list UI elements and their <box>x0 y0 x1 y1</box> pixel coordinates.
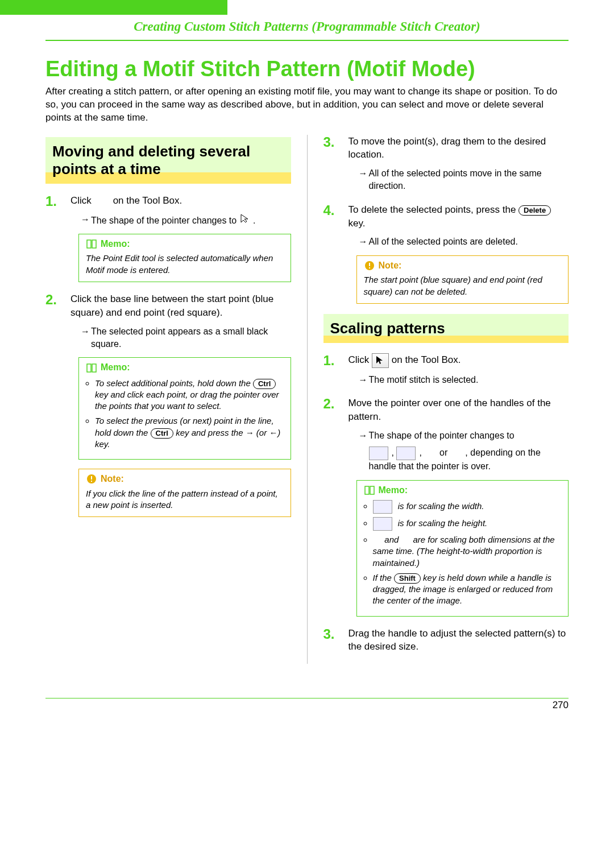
step3-text: To move the point(s), drag them to the d… <box>349 136 546 160</box>
memo-icon <box>86 363 97 373</box>
memo-header: Memo: <box>364 484 562 497</box>
memo-body: To select additional points, hold down t… <box>86 378 284 450</box>
memo3-b4: If the Shift key is held down while a ha… <box>373 572 562 607</box>
note-header: Note: <box>86 473 284 485</box>
ctrl-key: Ctrl <box>253 379 276 389</box>
step4-post: key. <box>349 218 366 229</box>
note-box-1: Note: If you click the line of the patte… <box>78 469 291 517</box>
section-title: Moving and deleting several points at a … <box>52 143 285 178</box>
s1-sub: The motif stitch is selected. <box>359 374 569 386</box>
section-scaling: Scaling patterns <box>323 314 569 343</box>
top-accent-band <box>0 0 614 15</box>
chapter-title: Creating Custom Stitch Patterns (Program… <box>45 19 569 34</box>
note-box-2: Note: The start point (blue square) and … <box>356 255 569 304</box>
resize-v-icon <box>396 447 416 460</box>
memo3-b2: is for scaling the height. <box>373 517 562 531</box>
step1-sub: The shape of the pointer changes to . <box>81 213 291 227</box>
pointer-edit-icon <box>239 213 251 224</box>
memo-body: The Point Edit tool is selected automati… <box>86 253 284 276</box>
scaling-step-1: Click on the Tool Box. The motif stitch … <box>323 353 569 386</box>
memo-box-3: Memo: is for scaling the width. is <box>356 480 569 617</box>
resize-h-icon <box>369 447 388 460</box>
chapter-header: Creating Custom Stitch Patterns (Program… <box>0 15 614 38</box>
memo-box-1: Memo: The Point Edit tool is selected au… <box>78 234 291 282</box>
step2-text: Click the base line between the start po… <box>70 294 273 318</box>
step1-pre: Click <box>70 195 92 206</box>
memo2-bullet2: To select the previous (or next) point i… <box>95 415 284 450</box>
step2-sub: The selected point appears as a small bl… <box>81 325 291 351</box>
memo-icon <box>364 485 375 495</box>
select-tool-icon <box>372 353 389 368</box>
page-number: 270 <box>553 700 569 710</box>
section-title: Scaling patterns <box>330 320 563 337</box>
page-title: Editing a Motif Stitch Pattern (Motif Mo… <box>45 57 569 82</box>
resize-v-icon <box>373 517 392 531</box>
resize-h-icon <box>373 500 392 514</box>
note-body: If you click the line of the pattern ins… <box>86 488 284 511</box>
step1-post: on the Tool Box. <box>113 195 182 206</box>
column-divider <box>307 135 308 664</box>
step-1: Click on the Tool Box. The shape of the … <box>45 194 291 282</box>
step4-sub: All of the selected points are deleted. <box>359 235 569 248</box>
svg-rect-2 <box>91 481 92 482</box>
section-moving-deleting: Moving and deleting several points at a … <box>45 137 291 184</box>
step3-sub: All of the selected points move in the s… <box>359 167 569 193</box>
svg-rect-1 <box>91 476 92 480</box>
memo-box-2: Memo: To select additional points, hold … <box>78 357 291 460</box>
memo-icon <box>86 239 97 249</box>
memo3-b1: is for scaling the width. <box>373 500 562 514</box>
step-2: Click the base line between the start po… <box>45 292 291 517</box>
left-column: Moving and deleting several points at a … <box>45 135 291 664</box>
ctrl-key: Ctrl <box>151 428 173 439</box>
memo3-b3: and are for scaling both dimensions at t… <box>373 534 562 569</box>
note-header: Note: <box>364 259 562 272</box>
memo2-bullet1: To select additional points, hold down t… <box>95 378 284 412</box>
memo-body: is for scaling the width. is for scaling… <box>364 500 562 607</box>
intro-paragraph: After creating a stitch pattern, or afte… <box>45 85 569 125</box>
note-icon <box>364 261 375 271</box>
step-4: To delete the selected points, press the… <box>323 203 569 304</box>
s2-sub: The shape of the pointer changes to , , … <box>359 429 569 473</box>
step4-pre: To delete the selected points, press the <box>349 204 516 215</box>
delete-key: Delete <box>518 205 551 216</box>
step-3: To move the point(s), drag them to the d… <box>323 135 569 193</box>
note-body: The start point (blue square) and end po… <box>364 274 562 297</box>
svg-rect-4 <box>369 263 370 266</box>
page-footer: 270 <box>45 698 569 711</box>
shift-key: Shift <box>394 573 421 584</box>
memo-header: Memo: <box>86 361 284 374</box>
memo-header: Memo: <box>86 238 284 250</box>
scaling-step-2: Move the pointer over one of the handles… <box>323 396 569 616</box>
scaling-step-3: Drag the handle to adjust the selected p… <box>323 627 569 654</box>
right-column: To move the point(s), drag them to the d… <box>323 135 569 664</box>
note-icon <box>86 474 97 484</box>
svg-rect-5 <box>369 267 370 268</box>
